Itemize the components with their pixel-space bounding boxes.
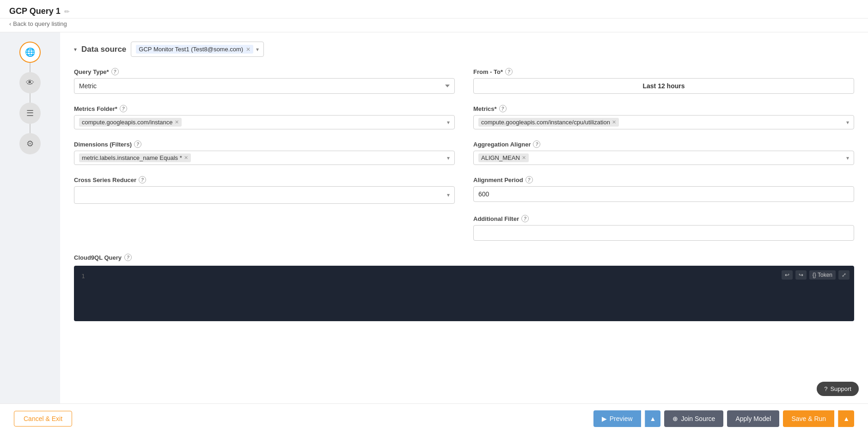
support-bubble[interactable]: ? Support (817, 382, 859, 396)
sidebar-item-preview[interactable]: 👁 (19, 72, 41, 93)
cloud9ql-help-icon[interactable]: ? (124, 254, 132, 261)
cross-series-input[interactable]: ▾ (74, 186, 455, 204)
metrics-folder-input[interactable]: compute.googleapis.com/instance ✕ ▾ (74, 115, 455, 129)
aggregation-label: Aggregation Aligner ? (473, 140, 854, 148)
form-grid: Query Type* ? Metric From - To* ? Last 1… (74, 68, 854, 241)
cross-series-help-icon[interactable]: ? (139, 176, 146, 183)
page-header: GCP Query 1 ✏ (0, 0, 868, 18)
sidebar-connector-1 (30, 63, 31, 72)
transform-icon[interactable]: ☰ (19, 103, 41, 124)
aggregation-chevron-icon[interactable]: ▾ (846, 155, 849, 161)
apply-model-button[interactable]: Apply Model (727, 410, 779, 424)
undo-button[interactable]: ↩ (782, 270, 793, 280)
metrics-folder-chevron-icon[interactable]: ▾ (447, 119, 450, 126)
metrics-folder-tag-remove[interactable]: ✕ (175, 119, 179, 125)
aggregation-input[interactable]: ALIGN_MEAN ✕ ▾ (473, 151, 854, 165)
datasource-selector[interactable]: GCP Monitor Test1 (Test8@some.com) ✕ ▾ (131, 42, 264, 57)
save-run-button[interactable]: Save & Run (783, 410, 834, 424)
datasource-icon[interactable]: 🌐 (19, 42, 41, 63)
metrics-folder-tag: compute.googleapis.com/instance ✕ (79, 118, 182, 127)
metrics-folder-group: Metrics Folder* ? compute.googleapis.com… (74, 105, 455, 129)
preview-icon[interactable]: 👁 (19, 72, 41, 93)
content-area: ▾ Data source GCP Monitor Test1 (Test8@s… (60, 32, 868, 424)
metrics-help-icon[interactable]: ? (499, 105, 507, 112)
query-type-label: Query Type* ? (74, 68, 455, 75)
join-source-button[interactable]: ⊕ Join Source (664, 410, 723, 424)
cloud9ql-section: Cloud9QL Query ? 1 ↩ ↪ {} Token ⤢ (74, 254, 854, 321)
code-editor[interactable]: 1 ↩ ↪ {} Token ⤢ (74, 266, 854, 321)
save-run-caret-button[interactable]: ▲ (838, 410, 854, 424)
sidebar-item-transform[interactable]: ☰ (19, 103, 41, 124)
additional-filter-input[interactable] (473, 225, 854, 241)
alignment-period-input[interactable] (473, 186, 854, 202)
bottom-right-actions: ▶ Preview ▲ ⊕ Join Source Apply Model Sa… (593, 410, 854, 424)
cloud9ql-header: Cloud9QL Query ? (74, 254, 854, 261)
cancel-exit-button[interactable]: Cancel & Exit (14, 411, 72, 424)
from-to-help-icon[interactable]: ? (505, 68, 513, 75)
query-type-help-icon[interactable]: ? (111, 68, 119, 75)
preview-label: Preview (610, 415, 633, 422)
section-chevron[interactable]: ▾ (74, 46, 77, 53)
cross-series-chevron-icon[interactable]: ▾ (447, 192, 450, 198)
datasource-tag: GCP Monitor Test1 (Test8@some.com) ✕ (136, 45, 253, 54)
additional-filter-group: Additional Filter ? (473, 215, 854, 241)
sidebar-connector-2 (30, 93, 31, 103)
preview-play-icon: ▶ (602, 415, 607, 422)
datasource-chevron-icon[interactable]: ▾ (256, 46, 259, 53)
preview-button[interactable]: ▶ Preview (593, 410, 641, 424)
metrics-group: Metrics* ? compute.googleapis.com/instan… (473, 105, 854, 129)
dimensions-chevron-icon[interactable]: ▾ (447, 155, 450, 161)
sidebar-item-datasource[interactable]: 🌐 (19, 42, 41, 63)
sidebar: 🌐 👁 ☰ ⚙ (0, 32, 60, 424)
join-source-plus-icon: ⊕ (672, 415, 678, 422)
metrics-tag-remove[interactable]: ✕ (612, 119, 616, 125)
back-link[interactable]: ‹ Back to query listing (0, 18, 868, 32)
alignment-period-help-icon[interactable]: ? (526, 176, 533, 183)
main-layout: 🌐 👁 ☰ ⚙ ▾ Data source GCP Monitor Test1 … (0, 32, 868, 424)
metrics-input[interactable]: compute.googleapis.com/instance/cpu/util… (473, 115, 854, 129)
token-button[interactable]: {} Token (809, 270, 836, 280)
additional-filter-help-icon[interactable]: ? (521, 215, 529, 222)
join-source-label: Join Source (681, 415, 715, 422)
save-run-caret-icon: ▲ (843, 415, 850, 422)
from-to-group: From - To* ? Last 12 hours (473, 68, 854, 94)
dimensions-group: Dimensions (Filters) ? metric.labels.ins… (74, 140, 455, 165)
code-editor-toolbar: ↩ ↪ {} Token ⤢ (782, 270, 850, 280)
cross-series-group: Cross Series Reducer ? ▾ (74, 176, 455, 204)
back-chevron: ‹ (9, 20, 11, 27)
sidebar-connector-3 (30, 124, 31, 133)
aggregation-tag: ALIGN_MEAN ✕ (478, 153, 529, 162)
metrics-chevron-icon[interactable]: ▾ (846, 119, 849, 126)
datasource-remove-icon[interactable]: ✕ (246, 46, 251, 53)
preview-caret-icon: ▲ (650, 415, 656, 422)
dimensions-tag-remove[interactable]: ✕ (184, 155, 188, 161)
dimensions-help-icon[interactable]: ? (134, 140, 141, 148)
from-to-button[interactable]: Last 12 hours (473, 78, 854, 94)
metrics-folder-help-icon[interactable]: ? (120, 105, 127, 112)
aggregation-help-icon[interactable]: ? (533, 140, 540, 148)
redo-button[interactable]: ↪ (795, 270, 807, 280)
query-type-select[interactable]: Metric (74, 78, 455, 94)
sidebar-item-settings[interactable]: ⚙ (19, 133, 41, 154)
section-title: Data source (81, 45, 126, 54)
bottom-bar: Cancel & Exit ▶ Preview ▲ ⊕ Join Source … (0, 403, 868, 424)
support-label: Support (830, 385, 851, 392)
metrics-folder-label: Metrics Folder* ? (74, 105, 455, 112)
cloud9ql-label: Cloud9QL Query (74, 254, 122, 261)
dimensions-input[interactable]: metric.labels.instance_name Equals * ✕ ▾ (74, 151, 455, 165)
additional-filter-label: Additional Filter ? (473, 215, 854, 222)
expand-button[interactable]: ⤢ (838, 270, 850, 280)
code-line-number: 1 (81, 273, 85, 280)
aggregation-group: Aggregation Aligner ? ALIGN_MEAN ✕ ▾ (473, 140, 854, 165)
back-label: Back to query listing (13, 20, 67, 27)
preview-caret-button[interactable]: ▲ (645, 410, 661, 424)
dimensions-label: Dimensions (Filters) ? (74, 140, 455, 148)
aggregation-tag-remove[interactable]: ✕ (522, 155, 526, 161)
query-type-group: Query Type* ? Metric (74, 68, 455, 94)
settings-icon[interactable]: ⚙ (19, 133, 41, 154)
from-to-label: From - To* ? (473, 68, 854, 75)
metrics-tag: compute.googleapis.com/instance/cpu/util… (478, 118, 619, 127)
alignment-period-group: Alignment Period ? (473, 176, 854, 204)
dimensions-tag: metric.labels.instance_name Equals * ✕ (79, 153, 191, 162)
edit-icon[interactable]: ✏ (64, 8, 70, 15)
